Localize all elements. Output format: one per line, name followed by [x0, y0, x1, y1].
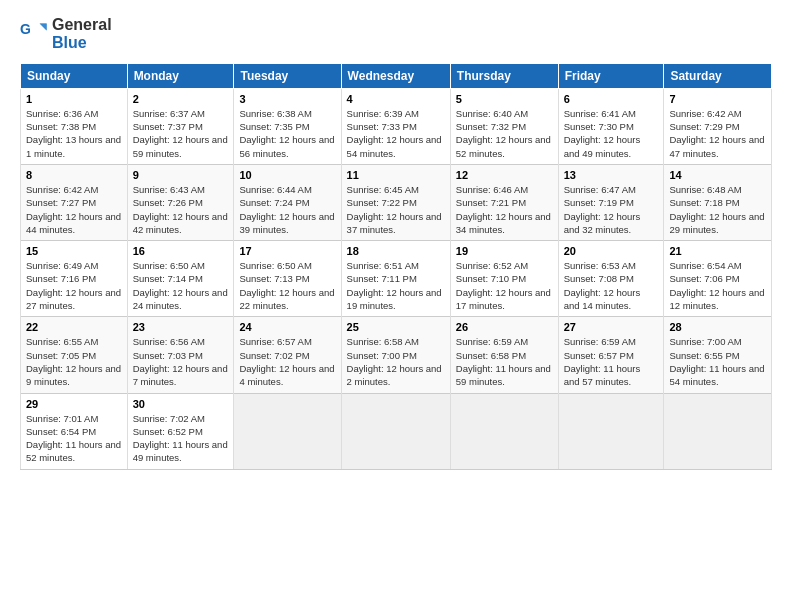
day-detail: Sunrise: 6:54 AMSunset: 7:06 PMDaylight:…	[669, 259, 766, 312]
day-number: 18	[347, 245, 445, 257]
day-detail: Sunrise: 6:36 AMSunset: 7:38 PMDaylight:…	[26, 107, 122, 160]
col-header-monday: Monday	[127, 63, 234, 88]
day-detail: Sunrise: 6:45 AMSunset: 7:22 PMDaylight:…	[347, 183, 445, 236]
day-number: 23	[133, 321, 229, 333]
day-detail: Sunrise: 6:42 AMSunset: 7:29 PMDaylight:…	[669, 107, 766, 160]
day-detail: Sunrise: 6:49 AMSunset: 7:16 PMDaylight:…	[26, 259, 122, 312]
day-number: 13	[564, 169, 659, 181]
day-number: 30	[133, 398, 229, 410]
day-detail: Sunrise: 6:41 AMSunset: 7:30 PMDaylight:…	[564, 107, 659, 160]
day-number: 19	[456, 245, 553, 257]
day-detail: Sunrise: 6:51 AMSunset: 7:11 PMDaylight:…	[347, 259, 445, 312]
day-number: 22	[26, 321, 122, 333]
calendar-cell: 9Sunrise: 6:43 AMSunset: 7:26 PMDaylight…	[127, 164, 234, 240]
day-number: 9	[133, 169, 229, 181]
calendar-cell: 29Sunrise: 7:01 AMSunset: 6:54 PMDayligh…	[21, 393, 128, 469]
calendar-cell: 12Sunrise: 6:46 AMSunset: 7:21 PMDayligh…	[450, 164, 558, 240]
calendar-cell: 1Sunrise: 6:36 AMSunset: 7:38 PMDaylight…	[21, 88, 128, 164]
day-number: 27	[564, 321, 659, 333]
day-number: 20	[564, 245, 659, 257]
day-detail: Sunrise: 6:48 AMSunset: 7:18 PMDaylight:…	[669, 183, 766, 236]
calendar-cell	[450, 393, 558, 469]
calendar-cell: 22Sunrise: 6:55 AMSunset: 7:05 PMDayligh…	[21, 317, 128, 393]
calendar-cell: 7Sunrise: 6:42 AMSunset: 7:29 PMDaylight…	[664, 88, 772, 164]
day-detail: Sunrise: 6:39 AMSunset: 7:33 PMDaylight:…	[347, 107, 445, 160]
day-number: 6	[564, 93, 659, 105]
calendar-cell: 2Sunrise: 6:37 AMSunset: 7:37 PMDaylight…	[127, 88, 234, 164]
day-detail: Sunrise: 6:52 AMSunset: 7:10 PMDaylight:…	[456, 259, 553, 312]
logo: G General Blue	[20, 16, 112, 53]
day-number: 4	[347, 93, 445, 105]
calendar-cell: 21Sunrise: 6:54 AMSunset: 7:06 PMDayligh…	[664, 241, 772, 317]
day-detail: Sunrise: 6:43 AMSunset: 7:26 PMDaylight:…	[133, 183, 229, 236]
day-number: 25	[347, 321, 445, 333]
day-number: 2	[133, 93, 229, 105]
col-header-thursday: Thursday	[450, 63, 558, 88]
day-number: 21	[669, 245, 766, 257]
day-number: 24	[239, 321, 335, 333]
calendar-cell: 6Sunrise: 6:41 AMSunset: 7:30 PMDaylight…	[558, 88, 664, 164]
day-number: 17	[239, 245, 335, 257]
day-number: 26	[456, 321, 553, 333]
day-detail: Sunrise: 6:37 AMSunset: 7:37 PMDaylight:…	[133, 107, 229, 160]
calendar-header: SundayMondayTuesdayWednesdayThursdayFrid…	[21, 63, 772, 88]
calendar-cell: 8Sunrise: 6:42 AMSunset: 7:27 PMDaylight…	[21, 164, 128, 240]
day-detail: Sunrise: 6:55 AMSunset: 7:05 PMDaylight:…	[26, 335, 122, 388]
day-detail: Sunrise: 6:58 AMSunset: 7:00 PMDaylight:…	[347, 335, 445, 388]
day-detail: Sunrise: 6:46 AMSunset: 7:21 PMDaylight:…	[456, 183, 553, 236]
calendar-cell: 23Sunrise: 6:56 AMSunset: 7:03 PMDayligh…	[127, 317, 234, 393]
day-detail: Sunrise: 6:59 AMSunset: 6:58 PMDaylight:…	[456, 335, 553, 388]
svg-marker-2	[40, 24, 47, 31]
day-number: 1	[26, 93, 122, 105]
day-number: 5	[456, 93, 553, 105]
col-header-wednesday: Wednesday	[341, 63, 450, 88]
day-detail: Sunrise: 6:38 AMSunset: 7:35 PMDaylight:…	[239, 107, 335, 160]
calendar-cell: 3Sunrise: 6:38 AMSunset: 7:35 PMDaylight…	[234, 88, 341, 164]
calendar-cell	[341, 393, 450, 469]
col-header-friday: Friday	[558, 63, 664, 88]
day-detail: Sunrise: 6:53 AMSunset: 7:08 PMDaylight:…	[564, 259, 659, 312]
day-number: 14	[669, 169, 766, 181]
calendar-cell: 16Sunrise: 6:50 AMSunset: 7:14 PMDayligh…	[127, 241, 234, 317]
day-detail: Sunrise: 7:01 AMSunset: 6:54 PMDaylight:…	[26, 412, 122, 465]
day-number: 12	[456, 169, 553, 181]
calendar-cell: 14Sunrise: 6:48 AMSunset: 7:18 PMDayligh…	[664, 164, 772, 240]
day-detail: Sunrise: 6:42 AMSunset: 7:27 PMDaylight:…	[26, 183, 122, 236]
calendar-cell: 24Sunrise: 6:57 AMSunset: 7:02 PMDayligh…	[234, 317, 341, 393]
day-number: 7	[669, 93, 766, 105]
day-number: 16	[133, 245, 229, 257]
calendar-table: SundayMondayTuesdayWednesdayThursdayFrid…	[20, 63, 772, 470]
day-number: 3	[239, 93, 335, 105]
calendar-cell	[558, 393, 664, 469]
col-header-tuesday: Tuesday	[234, 63, 341, 88]
page-header: G General Blue	[20, 16, 772, 53]
calendar-cell: 25Sunrise: 6:58 AMSunset: 7:00 PMDayligh…	[341, 317, 450, 393]
calendar-cell: 11Sunrise: 6:45 AMSunset: 7:22 PMDayligh…	[341, 164, 450, 240]
day-detail: Sunrise: 6:47 AMSunset: 7:19 PMDaylight:…	[564, 183, 659, 236]
day-detail: Sunrise: 7:02 AMSunset: 6:52 PMDaylight:…	[133, 412, 229, 465]
day-detail: Sunrise: 6:56 AMSunset: 7:03 PMDaylight:…	[133, 335, 229, 388]
day-number: 10	[239, 169, 335, 181]
calendar-cell: 15Sunrise: 6:49 AMSunset: 7:16 PMDayligh…	[21, 241, 128, 317]
calendar-cell: 19Sunrise: 6:52 AMSunset: 7:10 PMDayligh…	[450, 241, 558, 317]
day-number: 15	[26, 245, 122, 257]
calendar-cell	[234, 393, 341, 469]
logo-icon: G	[20, 20, 48, 48]
calendar-cell: 4Sunrise: 6:39 AMSunset: 7:33 PMDaylight…	[341, 88, 450, 164]
day-detail: Sunrise: 6:50 AMSunset: 7:13 PMDaylight:…	[239, 259, 335, 312]
day-number: 8	[26, 169, 122, 181]
day-detail: Sunrise: 6:44 AMSunset: 7:24 PMDaylight:…	[239, 183, 335, 236]
day-number: 11	[347, 169, 445, 181]
day-detail: Sunrise: 6:57 AMSunset: 7:02 PMDaylight:…	[239, 335, 335, 388]
calendar-cell: 20Sunrise: 6:53 AMSunset: 7:08 PMDayligh…	[558, 241, 664, 317]
calendar-cell: 17Sunrise: 6:50 AMSunset: 7:13 PMDayligh…	[234, 241, 341, 317]
day-detail: Sunrise: 6:59 AMSunset: 6:57 PMDaylight:…	[564, 335, 659, 388]
calendar-cell: 5Sunrise: 6:40 AMSunset: 7:32 PMDaylight…	[450, 88, 558, 164]
col-header-sunday: Sunday	[21, 63, 128, 88]
svg-text:G: G	[20, 21, 31, 37]
calendar-cell: 30Sunrise: 7:02 AMSunset: 6:52 PMDayligh…	[127, 393, 234, 469]
calendar-cell: 26Sunrise: 6:59 AMSunset: 6:58 PMDayligh…	[450, 317, 558, 393]
calendar-cell: 27Sunrise: 6:59 AMSunset: 6:57 PMDayligh…	[558, 317, 664, 393]
day-detail: Sunrise: 6:40 AMSunset: 7:32 PMDaylight:…	[456, 107, 553, 160]
day-number: 28	[669, 321, 766, 333]
